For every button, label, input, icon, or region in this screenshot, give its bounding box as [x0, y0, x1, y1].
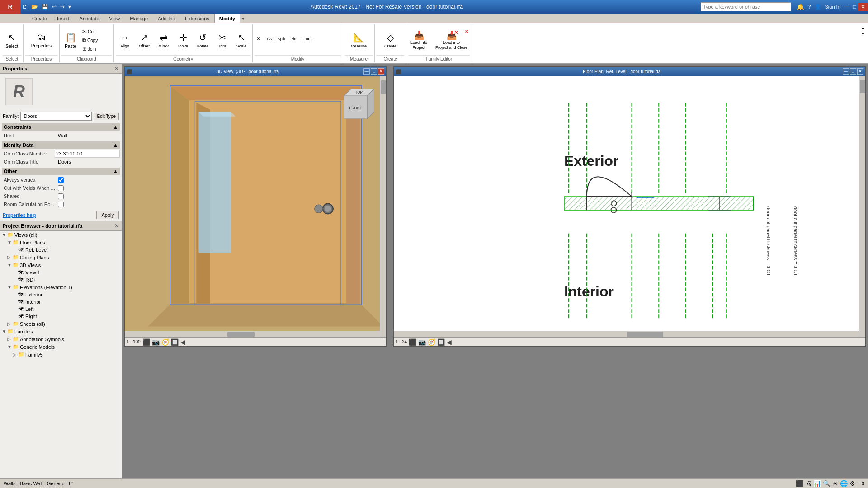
trim-button[interactable]: ✂ Trim	[213, 28, 231, 53]
apply-button[interactable]: Apply	[96, 211, 119, 219]
view-floor-model-icon[interactable]: 🔲	[437, 338, 445, 346]
tree-exterior-row[interactable]: ▷ 🗺 Exterior	[11, 291, 122, 298]
tree-elevations-toggle[interactable]: ▼	[7, 285, 13, 290]
scale-ribbon-button[interactable]: ⤡ Scale	[232, 28, 250, 53]
load-into-project-close-button[interactable]: 📥✕ Load intoProject and Close	[433, 28, 470, 53]
prop-scroll-up[interactable]: ▲	[861, 25, 865, 30]
tree-views-all[interactable]: ▼ 📁 Views (all)	[0, 231, 122, 239]
identity-data-header[interactable]: Identity Data ▲	[2, 141, 120, 149]
view-floor-max[interactable]: □	[850, 68, 856, 75]
view-3d-model-icon[interactable]: 🔲	[171, 338, 179, 346]
tree-exterior[interactable]: ▷ 🗺 Exterior	[0, 291, 122, 298]
tree-annotation-symbols[interactable]: ▷ 📁 Annotation Symbols	[0, 335, 122, 343]
view-floor-nav-icon[interactable]: 🧭	[428, 338, 435, 346]
tree-left-row[interactable]: ▷ 🗺 Left	[11, 306, 122, 312]
tree-generic-models-row[interactable]: ▼ 📁 Generic Models	[5, 343, 122, 350]
tree-interior[interactable]: ▷ 🗺 Interior	[0, 298, 122, 305]
qat-redo[interactable]: ↪	[58, 3, 66, 11]
view-3d-scrollbar-h[interactable]	[125, 331, 380, 337]
paste-button[interactable]: 📋 Paste	[61, 28, 80, 53]
prop-room-calc-check[interactable]	[58, 202, 64, 207]
tree-ceiling-plans-toggle[interactable]: ▷	[7, 255, 13, 260]
tree-ceiling-plans-row[interactable]: ▷ 📁 Ceiling Plans	[5, 254, 122, 261]
split-button[interactable]: Split	[276, 35, 288, 43]
view-3d-camera-icon[interactable]: 📷	[152, 338, 160, 346]
tree-views-all-toggle[interactable]: ▼	[2, 232, 7, 237]
properties-button[interactable]: 🗂 Properties	[29, 28, 54, 53]
delete-button[interactable]: ✕	[255, 35, 264, 43]
win-close-btn[interactable]: ✕	[858, 3, 868, 11]
view-3d-scrollbar-v[interactable]	[380, 76, 386, 337]
family-dropdown[interactable]: Doors	[20, 112, 92, 121]
pin-button[interactable]: Pin	[288, 35, 298, 43]
view-3d-close[interactable]: ✕	[378, 68, 384, 75]
tree-view1[interactable]: ▷ 🗺 View 1	[0, 269, 122, 276]
status-icon-4[interactable]: 🔍	[823, 480, 830, 487]
status-icon-5[interactable]: ☀	[832, 480, 838, 487]
tab-modify[interactable]: Modify	[214, 14, 240, 23]
view-floor-scrollbar-v[interactable]	[859, 76, 865, 337]
tree-interior-row[interactable]: ▷ 🗺 Interior	[11, 299, 122, 305]
rotate-button[interactable]: ↺ Rotate	[193, 28, 212, 53]
status-icon-3[interactable]: 📊	[813, 480, 821, 487]
prop-scroll-down[interactable]: ▼	[861, 31, 865, 36]
tree-ref-level-row[interactable]: ▷ 🗺 Ref. Level	[11, 247, 122, 253]
prop-always-vertical-check[interactable]	[58, 177, 64, 183]
tree-ceiling-plans[interactable]: ▷ 📁 Ceiling Plans	[0, 253, 122, 261]
tree-annotation-symbols-toggle[interactable]: ▷	[7, 337, 13, 342]
tree-floor-plans-toggle[interactable]: ▼	[7, 240, 13, 245]
tab-extensions[interactable]: Extensions	[180, 14, 214, 23]
group-button[interactable]: Group	[299, 35, 314, 43]
measure-button[interactable]: 📐 Measure	[349, 28, 369, 53]
tree-family5[interactable]: ▷ 📁 Family5	[0, 351, 122, 358]
tab-create[interactable]: Create	[27, 14, 52, 23]
edit-type-button[interactable]: Edit Type	[94, 113, 119, 120]
join-button[interactable]: ⊞ Join	[80, 45, 99, 53]
tab-manage[interactable]: Manage	[125, 14, 153, 23]
other-header[interactable]: Other ▲	[2, 168, 120, 175]
user-icon[interactable]: 👤	[813, 3, 823, 11]
view-floor-camera-icon[interactable]: 📷	[418, 338, 426, 346]
status-icon-1[interactable]: ⬛	[796, 480, 803, 487]
prop-omniclass-num-value[interactable]	[55, 150, 120, 158]
tree-families-toggle[interactable]: ▼	[2, 329, 7, 334]
view-3d-scale-icon[interactable]: ⬛	[142, 338, 150, 346]
view-floor-more-icon[interactable]: ◀	[447, 338, 452, 346]
properties-help-link[interactable]: Properties help	[3, 212, 36, 218]
move-button[interactable]: ✛ Move	[174, 28, 192, 53]
align-button[interactable]: ↔ Align	[116, 28, 134, 53]
tree-family5-toggle[interactable]: ▷	[13, 352, 18, 357]
view-3d-nav-icon[interactable]: 🧭	[161, 338, 169, 346]
tab-addins[interactable]: Add-Ins	[153, 14, 180, 23]
tab-options[interactable]: ▾	[240, 15, 246, 23]
notification-icon[interactable]: 🔔	[795, 2, 806, 11]
tree-3d-views-toggle[interactable]: ▼	[7, 263, 13, 267]
view-floor-min[interactable]: —	[843, 68, 849, 75]
tree-elevations[interactable]: ▼ 📁 Elevations (Elevation 1)	[0, 283, 122, 291]
view-floor-scale-icon[interactable]: ⬛	[409, 338, 416, 346]
search-input[interactable]	[701, 2, 791, 11]
constraints-header[interactable]: Constraints ▲	[2, 123, 120, 131]
tab-annotate[interactable]: Annotate	[75, 14, 104, 23]
tree-ref-level[interactable]: ▷ 🗺 Ref. Level	[0, 246, 122, 253]
status-icon-7[interactable]: ⚙	[849, 480, 855, 487]
tree-left[interactable]: ▷ 🗺 Left	[0, 305, 122, 313]
tree-family5-row[interactable]: ▷ 📁 Family5	[11, 351, 122, 358]
mirror-button[interactable]: ⇌ Mirror	[155, 28, 173, 53]
offset-button[interactable]: ⤢ Offset	[135, 28, 153, 53]
tab-view[interactable]: View	[104, 14, 125, 23]
qat-more[interactable]: ▾	[66, 3, 73, 11]
help-icon[interactable]: ?	[806, 3, 813, 11]
view-3d-max[interactable]: □	[371, 68, 377, 75]
properties-panel-close[interactable]: ✕	[114, 66, 119, 72]
status-icon-2[interactable]: 🖨	[805, 480, 811, 487]
select-button[interactable]: ↖ Select	[3, 28, 21, 53]
qat-new[interactable]: 🗋	[20, 3, 29, 11]
tree-3d-views-row[interactable]: ▼ 📁 3D Views	[5, 262, 122, 268]
app-menu-button[interactable]: R	[0, 0, 20, 14]
tree-right[interactable]: ▷ 🗺 Right	[0, 313, 122, 320]
cut-button[interactable]: ✂ Cut	[80, 28, 99, 36]
qat-undo[interactable]: ↩	[50, 3, 58, 11]
load-into-project-button[interactable]: 📥 Load intoProject	[408, 28, 429, 53]
tree-sheets[interactable]: ▷ 📁 Sheets (all)	[0, 320, 122, 328]
